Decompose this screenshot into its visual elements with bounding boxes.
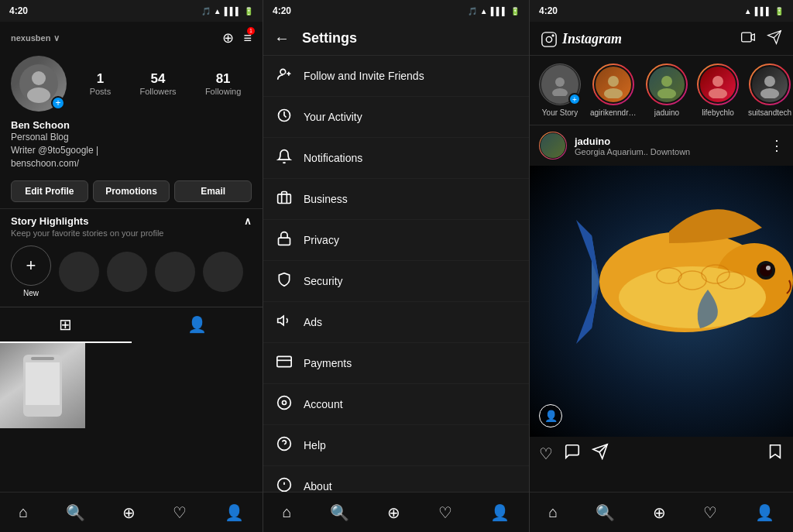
nav-heart-1[interactable]: ♡ xyxy=(173,503,187,522)
nav-home-1[interactable]: ⌂ xyxy=(19,503,28,521)
user-tag-icon[interactable]: 👤 xyxy=(539,404,562,427)
story-avatar-inner-1 xyxy=(594,65,633,104)
settings-item-business[interactable]: Business xyxy=(263,179,529,220)
highlight-placeholder-2[interactable] xyxy=(107,252,147,292)
stat-followers[interactable]: 54 Followers xyxy=(139,71,176,96)
story-item-1[interactable]: agirikenndre... xyxy=(590,63,637,117)
bio-line3[interactable]: benschoon.com/ xyxy=(11,157,252,170)
promotions-button[interactable]: Promotions xyxy=(93,180,170,202)
settings-list: Follow and Invite Friends Your Activity … xyxy=(263,56,529,532)
avatar-wrap[interactable]: + xyxy=(11,56,67,112)
highlights-subtitle: Keep your favorite stories on your profi… xyxy=(11,228,252,238)
profile-username-row[interactable]: nexusben ∨ xyxy=(11,33,60,43)
share-button[interactable] xyxy=(592,443,609,464)
nav-search-2[interactable]: 🔍 xyxy=(330,503,349,522)
nav-add-3[interactable]: ⊕ xyxy=(653,503,666,522)
igtv-icon[interactable] xyxy=(740,29,756,49)
story-item-3[interactable]: lifebychlo xyxy=(697,63,739,117)
signal-icon-2: ▌▌▌ xyxy=(491,7,507,15)
nav-home-2[interactable]: ⌂ xyxy=(283,503,292,521)
story-item-4[interactable]: suitsandtech xyxy=(748,63,791,117)
like-button[interactable]: ♡ xyxy=(539,444,553,463)
fish-background: 👤 xyxy=(530,166,793,437)
your-story-person xyxy=(548,73,572,96)
comment-button[interactable] xyxy=(564,443,581,464)
post-avatar[interactable] xyxy=(539,132,567,160)
settings-item-ads[interactable]: Ads xyxy=(263,302,529,343)
status-bar-feed: 4:20 ▲ ▌▌▌ 🔋 xyxy=(530,0,793,22)
highlight-placeholder-3[interactable] xyxy=(155,252,195,292)
settings-item-follow[interactable]: Follow and Invite Friends xyxy=(263,56,529,97)
security-label: Security xyxy=(304,275,343,287)
bookmark-icon xyxy=(767,443,784,460)
bookmark-button[interactable] xyxy=(767,443,784,464)
tab-grid[interactable]: ⊞ xyxy=(0,307,132,343)
settings-item-help[interactable]: Help xyxy=(263,425,529,466)
bio-name: Ben Schoon xyxy=(11,119,252,131)
svg-marker-54 xyxy=(771,445,781,458)
post-user-info: jaduino Georgia Aquarium.. Downtown xyxy=(575,136,762,156)
nav-profile-2[interactable]: 👤 xyxy=(490,503,510,522)
nav-heart-3[interactable]: ♡ xyxy=(703,503,717,522)
settings-item-security[interactable]: Security xyxy=(263,261,529,302)
svg-point-46 xyxy=(760,264,772,276)
settings-item-payments[interactable]: Payments xyxy=(263,343,529,384)
svg-marker-44 xyxy=(576,282,599,344)
fish-svg xyxy=(530,166,793,398)
direct-icon[interactable] xyxy=(767,29,782,49)
stat-posts[interactable]: 1 Posts xyxy=(90,71,112,96)
spotify-icon-2: 🎵 xyxy=(468,7,477,15)
svg-point-2 xyxy=(27,88,50,103)
post-username[interactable]: jaduino xyxy=(575,136,762,147)
svg-rect-11 xyxy=(279,238,290,245)
grid-photo-inner-1 xyxy=(0,343,85,428)
menu-icon[interactable]: ≡ 1 xyxy=(243,30,252,46)
nav-home-3[interactable]: ⌂ xyxy=(548,503,558,521)
settings-item-privacy[interactable]: Privacy xyxy=(263,220,529,261)
svg-rect-4 xyxy=(26,362,60,405)
avatar-add-story[interactable]: + xyxy=(51,96,65,110)
tab-tagged[interactable]: 👤 xyxy=(132,307,263,343)
settings-item-account[interactable]: Account xyxy=(263,384,529,425)
highlight-placeholder-4[interactable] xyxy=(203,252,243,292)
highlights-row: + New xyxy=(11,245,252,297)
svg-point-33 xyxy=(661,76,672,87)
svg-point-23 xyxy=(546,36,551,42)
signal-icon-3: ▌▌▌ xyxy=(755,7,771,15)
svg-rect-10 xyxy=(278,194,291,204)
nav-profile-1[interactable]: 👤 xyxy=(225,503,244,522)
highlight-placeholder-1[interactable] xyxy=(59,252,99,292)
nav-profile-3[interactable]: 👤 xyxy=(755,503,774,522)
post-image[interactable]: 👤 xyxy=(530,166,793,437)
username-chevron: ∨ xyxy=(53,33,60,43)
profile-info-row: + 1 Posts 54 Followers 81 Following xyxy=(0,51,263,119)
svg-point-31 xyxy=(608,76,619,87)
svg-point-41 xyxy=(619,266,766,328)
nav-search-3[interactable]: 🔍 xyxy=(596,503,615,522)
nav-add-2[interactable]: ⊕ xyxy=(387,503,400,522)
settings-panel: 4:20 🎵 ▲ ▌▌▌ 🔋 ← Settings Follow and Inv… xyxy=(263,0,530,532)
email-button[interactable]: Email xyxy=(174,180,252,202)
stat-following[interactable]: 81 Following xyxy=(205,71,241,96)
settings-item-activity[interactable]: Your Activity xyxy=(263,97,529,138)
add-post-icon[interactable]: ⊕ xyxy=(222,29,234,46)
nav-search-1[interactable]: 🔍 xyxy=(66,503,85,522)
feed-header-icons xyxy=(740,29,782,49)
highlight-new-item[interactable]: + New xyxy=(11,245,51,297)
your-story-label: Your Story xyxy=(542,108,578,117)
edit-profile-button[interactable]: Edit Profile xyxy=(11,180,88,202)
post-more-button[interactable]: ⋮ xyxy=(770,137,784,154)
account-icon xyxy=(276,395,293,414)
svg-point-36 xyxy=(709,88,727,98)
grid-photo-1[interactable] xyxy=(0,343,85,428)
settings-item-notifications[interactable]: Notifications xyxy=(263,138,529,179)
nav-add-1[interactable]: ⊕ xyxy=(122,503,136,522)
story-your-story[interactable]: + Your Story xyxy=(539,63,581,117)
nav-heart-2[interactable]: ♡ xyxy=(438,503,452,522)
svg-marker-43 xyxy=(576,220,599,282)
story-item-2[interactable]: jaduino xyxy=(646,63,688,117)
highlights-title-text: Story Highlights xyxy=(11,215,88,227)
following-count: 81 xyxy=(216,71,231,87)
back-button[interactable]: ← xyxy=(274,29,290,47)
ads-icon xyxy=(276,313,293,331)
